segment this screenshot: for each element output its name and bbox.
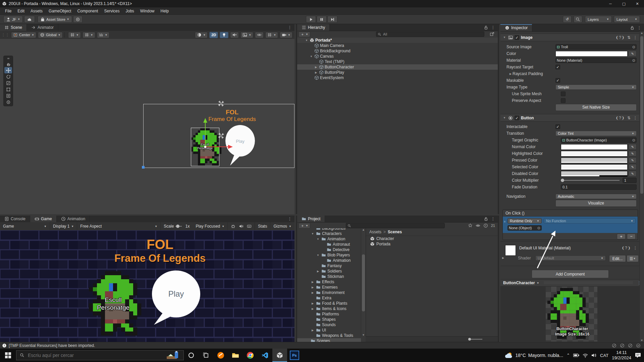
- highlighted-color-swatch[interactable]: [561, 151, 628, 157]
- hidden-objects-toggle[interactable]: [255, 32, 264, 38]
- project-folder-row[interactable]: ▶ UI: [297, 327, 361, 333]
- layers-dropdown[interactable]: Layers▼: [585, 16, 612, 23]
- code-ok-icon[interactable]: [636, 343, 641, 348]
- minimize-button[interactable]: ─: [604, 0, 617, 7]
- image-component-header[interactable]: ▼ ✓ Image ❨?❩ ⇅ ⋮: [500, 34, 639, 41]
- fade-duration-field[interactable]: 0.1: [561, 184, 637, 190]
- aspect-dropdown[interactable]: Free Aspect▼: [77, 222, 161, 230]
- breadcrumb-root[interactable]: Assets: [369, 230, 381, 234]
- project-folder-row[interactable]: ▶ Enemies: [297, 285, 361, 290]
- color-multiplier-slider[interactable]: [561, 180, 620, 181]
- project-folder-row[interactable]: Extra: [297, 295, 361, 301]
- eyedropper-icon[interactable]: ✎: [629, 164, 637, 170]
- eyedropper-icon[interactable]: ✎: [629, 51, 637, 57]
- 2d-view-toggle[interactable]: 2D: [209, 32, 218, 38]
- package-manager-button[interactable]: [73, 16, 83, 23]
- tab-console[interactable]: Console: [0, 216, 30, 222]
- project-folder-row[interactable]: Weapons & Tools: [297, 333, 361, 338]
- foldout-arrow[interactable]: ▶: [316, 270, 320, 273]
- foldout-arrow[interactable]: ▼: [316, 238, 320, 241]
- preview-drag-handle[interactable]: [544, 282, 633, 284]
- grid-visibility-dropdown[interactable]: ▼: [265, 32, 278, 38]
- hierarchy-item[interactable]: ▼ Portada*: [297, 38, 498, 43]
- eyedropper-icon[interactable]: ✎: [629, 171, 637, 177]
- project-folder-row[interactable]: ▶ Soldiers: [297, 268, 361, 274]
- increment-snap-toggle[interactable]: ▼: [83, 32, 95, 38]
- foldout-arrow[interactable]: ▼: [316, 254, 320, 257]
- color-multiplier-value[interactable]: 1: [623, 178, 637, 183]
- tab-project[interactable]: Project: [297, 216, 325, 222]
- view-hand-tool[interactable]: [4, 61, 12, 67]
- hierarchy-item[interactable]: ▶ ButtonPlay: [297, 70, 498, 75]
- presets-icon[interactable]: ⇅: [627, 116, 631, 120]
- foldout-arrow[interactable]: ▶: [311, 307, 315, 310]
- rect-tool[interactable]: [4, 86, 12, 93]
- foldout-arrow[interactable]: ▼: [311, 232, 315, 235]
- taskbar-search-box[interactable]: [16, 350, 184, 360]
- status-message[interactable]: [TMP Essential Resources] have been impo…: [9, 343, 95, 348]
- image-color-swatch[interactable]: [555, 51, 628, 57]
- use-sprite-mesh-checkbox[interactable]: [561, 92, 566, 96]
- project-folder-row[interactable]: Platforms: [297, 311, 361, 317]
- layout-dropdown[interactable]: Layout▼: [614, 16, 640, 23]
- menu-item[interactable]: Edit: [14, 7, 28, 15]
- display-target-dropdown[interactable]: Game▼: [0, 222, 50, 230]
- inspector-scrollbar[interactable]: ▲ ▼: [639, 32, 644, 342]
- hierarchy-create-button[interactable]: ＋▼: [299, 32, 310, 37]
- visualize-button[interactable]: Visualize: [555, 200, 637, 207]
- account-button[interactable]: JF▼: [3, 16, 23, 23]
- source-image-field[interactable]: ⊡Troll⊙: [555, 44, 637, 50]
- hierarchy-item[interactable]: ▼ Canvas: [297, 54, 498, 59]
- step-button[interactable]: [327, 16, 337, 23]
- tab-animation[interactable]: Animation: [57, 216, 90, 222]
- material-list-button[interactable]: ☰ ▼: [627, 255, 639, 262]
- help-icon[interactable]: ❨?❩: [615, 35, 625, 40]
- custom-tool[interactable]: [4, 99, 12, 105]
- project-search[interactable]: [346, 223, 445, 228]
- add-event-button[interactable]: ＋: [617, 234, 626, 239]
- rotate-tool[interactable]: [4, 73, 12, 80]
- component-menu[interactable]: ⋮: [633, 35, 637, 40]
- set-native-size-button[interactable]: Set Native Size: [555, 104, 637, 111]
- project-folder-row[interactable]: Fantasy: [297, 263, 361, 268]
- drag-handle-icon[interactable]: ≡: [504, 220, 505, 223]
- menu-item[interactable]: Window: [137, 7, 158, 15]
- keyboard-icon[interactable]: [247, 224, 252, 229]
- menu-item[interactable]: Assets: [28, 7, 46, 15]
- add-component-button[interactable]: Add Component: [532, 270, 609, 278]
- foldout-arrow[interactable]: ▶: [311, 286, 315, 289]
- search-everything-button[interactable]: [574, 16, 582, 23]
- burst-disabled-icon[interactable]: [612, 343, 616, 348]
- stats-toggle[interactable]: Stats: [255, 222, 270, 230]
- foldout-arrow[interactable]: ▶: [314, 66, 318, 69]
- pivot-mode-dropdown[interactable]: Center▼: [11, 32, 36, 38]
- menu-item[interactable]: Help: [158, 7, 172, 15]
- disabled-color-swatch[interactable]: [561, 171, 628, 177]
- task-view-icon[interactable]: [199, 349, 213, 362]
- maskable-checkbox[interactable]: ✓: [555, 78, 560, 83]
- game-tab-menu[interactable]: ⋮: [288, 217, 292, 221]
- project-create-button[interactable]: ＋▼: [299, 223, 310, 229]
- asset-item[interactable]: Character: [366, 236, 498, 241]
- transform-tool[interactable]: [4, 93, 12, 99]
- pause-button[interactable]: [317, 16, 327, 23]
- hierarchy-item[interactable]: Main Camera: [297, 43, 498, 48]
- preview-disabled-icon[interactable]: [628, 343, 633, 348]
- project-folder-row[interactable]: ▼ Blob Players: [297, 252, 361, 258]
- eyedropper-icon[interactable]: ✎: [629, 144, 637, 150]
- scale-slider[interactable]: Scale 1x: [161, 222, 193, 230]
- orientation-dropdown[interactable]: Global▼: [38, 32, 63, 38]
- object-picker-icon[interactable]: ⊙: [537, 226, 540, 230]
- foldout-arrow[interactable]: ▶: [311, 302, 315, 305]
- tab-game[interactable]: Game: [30, 216, 57, 222]
- function-dropdown[interactable]: No Function▼: [544, 218, 636, 224]
- move-tool[interactable]: [4, 67, 12, 73]
- taskbar-search-input[interactable]: [27, 352, 163, 358]
- component-menu[interactable]: ⋮: [633, 116, 637, 120]
- image-type-dropdown[interactable]: Simple▼: [555, 84, 637, 90]
- material-foldout[interactable]: ▶: [501, 256, 505, 259]
- play-focused-dropdown[interactable]: Play Focused▼: [193, 222, 228, 230]
- asset-store-button[interactable]: Asset Store▼: [38, 16, 72, 23]
- volume-icon[interactable]: [591, 353, 597, 358]
- shader-dropdown[interactable]: UI/Default▼: [535, 255, 606, 261]
